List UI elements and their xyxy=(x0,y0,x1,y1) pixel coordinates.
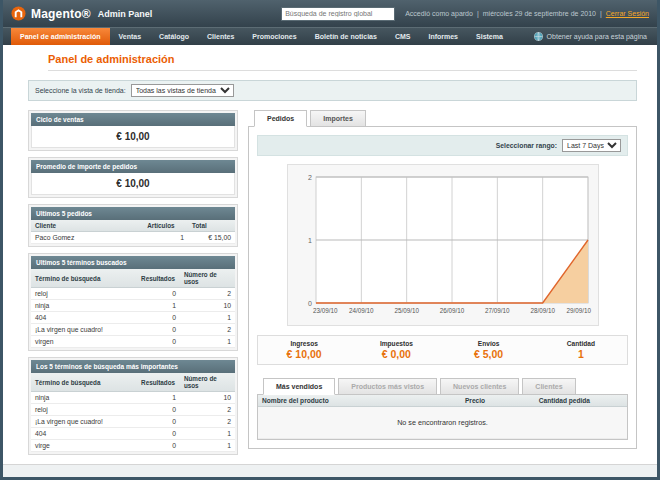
separator: | xyxy=(600,10,602,17)
main-nav-items: Panel de administraciónVentasCatálogoCli… xyxy=(11,28,512,45)
bestsellers-grid: Nombre del productoPrecioCantidad pedida… xyxy=(257,394,628,440)
table-header-row: Término de búsquedaResultadosNúmero de u… xyxy=(31,269,235,288)
svg-text:2: 2 xyxy=(308,174,312,181)
svg-text:28/09/10: 28/09/10 xyxy=(530,307,555,314)
widget-top-search-terms: Los 5 términos de búsqueda más important… xyxy=(28,357,238,455)
table-row[interactable]: 40401 xyxy=(31,312,235,324)
main-nav: Panel de administraciónVentasCatálogoCli… xyxy=(3,27,657,45)
widget-last-orders: Ultimos 5 pedidos ClienteArtículosTotalP… xyxy=(28,204,238,247)
tab-pedidos[interactable]: Pedidos xyxy=(254,110,307,127)
table-cell: € 15,00 xyxy=(188,232,235,244)
stat-env-os: Envíos€ 5,00 xyxy=(443,340,535,360)
table-cell: 10 xyxy=(180,300,235,312)
range-label: Seleccionar rango: xyxy=(496,142,557,149)
column-header-total: Total xyxy=(188,220,235,232)
store-view-bar: Seleccione la vista de tienda: Todas las… xyxy=(28,80,637,101)
column-header-cantidad-pedida: Cantidad pedida xyxy=(535,395,627,407)
svg-text:27/09/10: 27/09/10 xyxy=(485,307,510,314)
empty-row: No se encontraron registros. xyxy=(258,407,627,439)
table-header-row: ClienteArtículosTotal xyxy=(31,220,235,232)
table-row[interactable]: reloj02 xyxy=(31,288,235,300)
table-row[interactable]: 40401 xyxy=(31,428,235,440)
bottom-tabs: Más vendidosProductos más vistosNuevos c… xyxy=(263,378,628,395)
magento-logo-icon xyxy=(11,6,26,21)
separator: | xyxy=(477,10,479,17)
table-cell: 1 xyxy=(180,336,235,348)
widget-title: Ciclo de ventas xyxy=(31,113,235,126)
nav-item-informes[interactable]: Informes xyxy=(419,28,467,45)
tab-importes[interactable]: Importes xyxy=(310,110,366,127)
stat-label: Cantidad xyxy=(535,340,627,347)
store-view-select[interactable]: Todas las vistas de tienda xyxy=(131,84,234,97)
table-cell: 404 xyxy=(31,428,137,440)
nav-item-panel-de-administraci-n[interactable]: Panel de administración xyxy=(11,28,110,45)
tab-m-s-vendidos[interactable]: Más vendidos xyxy=(263,378,335,395)
table-row[interactable]: Paco Gomez1€ 15,00 xyxy=(31,232,235,244)
table-row[interactable]: reloj02 xyxy=(31,404,235,416)
svg-text:25/09/10: 25/09/10 xyxy=(394,307,419,314)
tab-productos-m-s-vistos[interactable]: Productos más vistos xyxy=(338,378,437,395)
tab-clientes[interactable]: Clientes xyxy=(522,378,575,395)
nav-item-cms[interactable]: CMS xyxy=(386,28,420,45)
table-cell: reloj xyxy=(31,404,137,416)
table-cell: reloj xyxy=(31,288,137,300)
table-row[interactable]: ¡La virgen que cuadro!02 xyxy=(31,416,235,428)
nav-item-sistema[interactable]: Sistema xyxy=(467,28,512,45)
nav-item-cat-logo[interactable]: Catálogo xyxy=(150,28,198,45)
table-cell: ninja xyxy=(31,392,137,404)
page-help-link[interactable]: Obtener ayuda para esta página xyxy=(534,28,657,45)
table-cell: 1 xyxy=(180,312,235,324)
column-header-n-mero-de-usos: Número de usos xyxy=(180,269,235,288)
table-row[interactable]: ninja110 xyxy=(31,300,235,312)
divider xyxy=(48,70,637,71)
svg-text:0: 0 xyxy=(308,300,312,307)
logo-title: Magento® xyxy=(31,7,91,21)
table-row[interactable]: ninja110 xyxy=(31,392,235,404)
global-search-input[interactable] xyxy=(281,7,395,21)
stat-value: € 5,00 xyxy=(443,348,535,360)
column-header-cliente: Cliente xyxy=(31,220,143,232)
totals-bar: Ingresos€ 10,00Impuestos€ 0,00Envíos€ 5,… xyxy=(257,335,628,365)
nav-item-bolet-n-de-noticias[interactable]: Boletín de noticias xyxy=(306,28,386,45)
svg-text:23/09/10: 23/09/10 xyxy=(313,307,338,314)
app-header: Magento® Admin Panel Accedió como apardo… xyxy=(3,0,657,27)
table-cell: 10 xyxy=(180,392,235,404)
nav-item-clientes[interactable]: Clientes xyxy=(198,28,243,45)
logout-link[interactable]: Cerrar Sesión xyxy=(606,10,649,17)
table-cell: 0 xyxy=(137,416,180,428)
footer-strip xyxy=(3,464,657,477)
help-label: Obtener ayuda para esta página xyxy=(547,33,647,40)
stat-value: € 0,00 xyxy=(350,348,442,360)
table-cell: 0 xyxy=(137,336,180,348)
stat-value: 1 xyxy=(535,348,627,360)
widget-lifetime-sales: Ciclo de ventas € 10,00 xyxy=(28,110,238,151)
average-orders-value: € 10,00 xyxy=(31,173,235,195)
header-date: miércoles 29 de septiembre de 2010 xyxy=(483,10,596,17)
table-row[interactable]: virge01 xyxy=(31,440,235,452)
table-cell: 2 xyxy=(180,404,235,416)
nav-item-promociones[interactable]: Promociones xyxy=(243,28,305,45)
svg-text:26/09/10: 26/09/10 xyxy=(439,307,464,314)
tab-nuevos-clientes[interactable]: Nuevos clientes xyxy=(440,378,519,395)
table-cell: 1 xyxy=(137,300,180,312)
svg-text:24/09/10: 24/09/10 xyxy=(349,307,374,314)
table-header-row: Término de búsquedaResultadosNúmero de u… xyxy=(31,373,235,392)
widget-title: Ultimos 5 pedidos xyxy=(31,207,235,220)
lifetime-sales-value: € 10,00 xyxy=(31,126,235,148)
table-cell: 1 xyxy=(143,232,188,244)
column-header-t-rmino-de-b-squeda: Término de búsqueda xyxy=(31,373,137,392)
stat-label: Ingresos xyxy=(258,340,350,347)
empty-text: No se encontraron registros. xyxy=(258,407,627,439)
range-select[interactable]: Last 7 Days xyxy=(562,139,621,152)
stat-value: € 10,00 xyxy=(258,348,350,360)
nav-item-ventas[interactable]: Ventas xyxy=(110,28,151,45)
table-row[interactable]: virgen01 xyxy=(31,336,235,348)
table-cell: 0 xyxy=(137,404,180,416)
table-cell: 2 xyxy=(180,324,235,336)
orders-chart: 01223/09/1024/09/1025/09/1026/09/1027/09… xyxy=(287,164,599,326)
table-cell: 1 xyxy=(180,428,235,440)
table-cell: virge xyxy=(31,440,137,452)
table-row[interactable]: ¡La virgen que cuadro!02 xyxy=(31,324,235,336)
page-title: Panel de administración xyxy=(48,53,637,65)
table-cell: 0 xyxy=(137,324,180,336)
